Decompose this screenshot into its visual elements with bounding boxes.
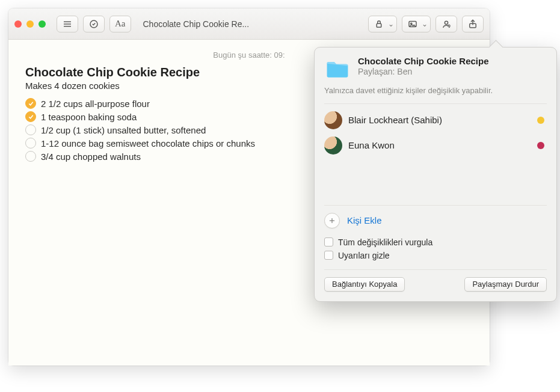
stop-sharing-button[interactable]: Paylaşmayı Durdur xyxy=(464,277,547,292)
avatar xyxy=(324,111,342,129)
checklist-item-text: 1/2 cup (1 stick) unsalted butter, softe… xyxy=(41,125,206,135)
collaborate-icon xyxy=(441,19,452,29)
svg-point-7 xyxy=(445,21,448,24)
checklist-toggle-icon[interactable] xyxy=(25,111,36,122)
toolbar-title: Chocolate Chip Cookie Re... xyxy=(136,19,364,29)
checklist-item-text: 1-12 ounce bag semisweet chocolate chips… xyxy=(41,138,255,149)
checklist-item-text: 1 teaspoon baking soda xyxy=(41,112,137,122)
people-list: Blair Lockheart (Sahibi)Euna Kwon xyxy=(324,103,547,206)
checklist-toggle-icon[interactable] xyxy=(25,138,36,149)
presence-dot-icon xyxy=(537,117,544,124)
svg-rect-4 xyxy=(377,23,381,27)
checklist-button[interactable] xyxy=(83,16,105,32)
checklist-toggle-icon[interactable] xyxy=(25,151,36,162)
checklist-item-text: 3/4 cup chopped walnuts xyxy=(41,152,141,162)
person-row[interactable]: Blair Lockheart (Sahibi) xyxy=(324,108,547,133)
folder-icon xyxy=(324,56,351,82)
checklist-item-text: 2 1/2 cups all-purpose flour xyxy=(41,99,150,109)
person-row[interactable]: Euna Kwon xyxy=(324,133,547,158)
checklist-toggle-icon[interactable] xyxy=(25,98,36,109)
format-icon: Aa xyxy=(115,19,126,29)
media-button[interactable] xyxy=(402,16,431,32)
share-actions: Bağlantıyı Kopyala Paylaşmayı Durdur xyxy=(324,269,547,292)
hide-alerts-label: Uyarıları gizle xyxy=(338,251,390,260)
share-permission-note: Yalnızca davet ettiğiniz kişiler değişik… xyxy=(324,86,547,96)
share-title: Chocolate Chip Cookie Recipe xyxy=(358,56,547,66)
share-subtitle: Paylaşan: Ben xyxy=(358,67,547,76)
share-button[interactable] xyxy=(462,16,484,32)
checklist-toggle-icon[interactable] xyxy=(25,124,36,135)
avatar xyxy=(324,136,342,155)
plus-icon xyxy=(328,216,336,225)
lock-icon xyxy=(374,19,384,29)
add-person-button[interactable] xyxy=(324,213,340,228)
collaborate-button[interactable] xyxy=(435,16,457,32)
minimize-window-icon[interactable] xyxy=(26,20,34,28)
checkbox-icon[interactable] xyxy=(324,251,333,260)
app-window: Aa Chocolate Chip Cookie Re... Bugün şu … xyxy=(8,8,490,366)
photo-icon xyxy=(407,19,418,29)
highlight-changes-label: Tüm değişiklikleri vurgula xyxy=(338,237,432,247)
copy-link-button[interactable]: Bağlantıyı Kopyala xyxy=(324,277,405,292)
list-view-button[interactable] xyxy=(57,16,78,32)
share-options: Tüm değişiklikleri vurgula Uyarıları giz… xyxy=(324,234,547,269)
format-button[interactable]: Aa xyxy=(109,16,131,32)
share-popover: Chocolate Chip Cookie Recipe Paylaşan: B… xyxy=(314,47,557,302)
close-window-icon[interactable] xyxy=(14,20,22,28)
share-icon xyxy=(467,19,478,29)
highlight-changes-option[interactable]: Tüm değişiklikleri vurgula xyxy=(324,236,547,249)
hide-alerts-option[interactable]: Uyarıları gizle xyxy=(324,249,547,262)
add-person-label: Kişi Ekle xyxy=(347,215,382,225)
add-person-row[interactable]: Kişi Ekle xyxy=(324,206,547,234)
lock-button[interactable] xyxy=(368,16,397,32)
maximize-window-icon[interactable] xyxy=(38,20,46,28)
person-name: Blair Lockheart (Sahibi) xyxy=(348,115,531,125)
person-name: Euna Kwon xyxy=(348,140,531,150)
check-circle-icon xyxy=(88,19,99,29)
window-controls xyxy=(14,20,46,28)
presence-dot-icon xyxy=(537,142,544,149)
list-icon xyxy=(62,19,73,29)
checkbox-icon[interactable] xyxy=(324,237,333,247)
titlebar: Aa Chocolate Chip Cookie Re... xyxy=(8,8,490,40)
